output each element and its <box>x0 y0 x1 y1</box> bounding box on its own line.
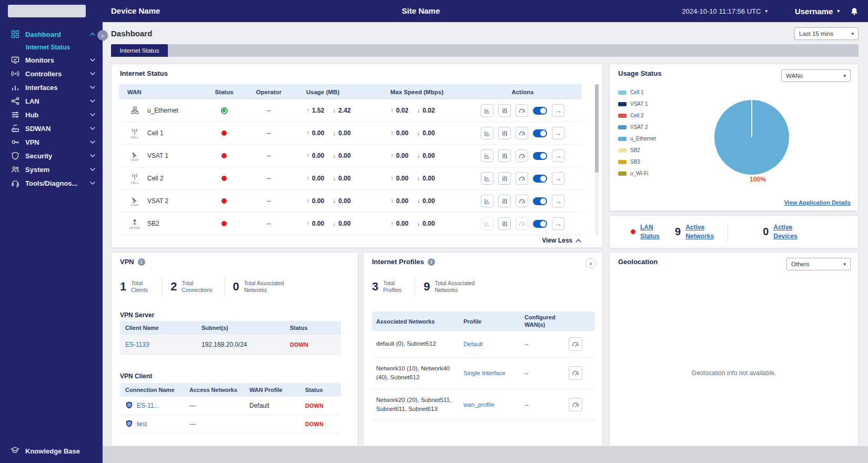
vpn-client-name-link[interactable]: ES-1133 <box>125 341 201 348</box>
expand-panel-button[interactable]: › <box>586 258 596 268</box>
tab-internet-status[interactable]: Internet Status <box>111 44 168 57</box>
legend-item: SB2 <box>618 147 656 153</box>
speedtest-button[interactable] <box>569 337 582 351</box>
view-less-link[interactable]: View Less <box>542 237 581 244</box>
sidebar-item-security[interactable]: Security <box>0 149 103 163</box>
monitor-icon <box>11 56 19 65</box>
usage-filter-select[interactable]: WANs ▾ <box>781 69 851 82</box>
sidebar-item-label: LAN <box>25 97 84 105</box>
lan-status-dot <box>631 229 635 234</box>
configure-button[interactable] <box>498 104 511 117</box>
column-header-connection-name: Connection Name <box>125 387 189 393</box>
wan-enable-toggle[interactable] <box>533 175 547 183</box>
wan-details-button[interactable]: → <box>552 149 564 162</box>
legend-swatch <box>618 102 627 106</box>
sidebar-item-dashboard[interactable]: Dashboard <box>0 27 103 41</box>
table-row: ES-11... --- Default DOWN <box>120 397 341 415</box>
info-icon[interactable]: i <box>428 258 435 266</box>
time-range-select[interactable]: Last 15 mins ▾ <box>794 27 859 40</box>
stat-label: Total Clients <box>131 280 153 294</box>
sidebar-item-monitors[interactable]: Monitors <box>0 53 103 67</box>
profile-link[interactable]: Default <box>463 341 524 347</box>
usage-chart-button[interactable] <box>481 127 493 139</box>
sidebar-item-vpn[interactable]: VPN <box>0 135 103 149</box>
legend-label: u_Wi-Fi <box>630 170 648 176</box>
sidebar-item-lan[interactable]: LAN <box>0 94 103 108</box>
info-icon[interactable]: i <box>138 258 145 266</box>
user-menu[interactable]: Username ▾ <box>795 7 840 16</box>
connection-name-link[interactable]: ES-11... <box>137 402 159 409</box>
download-arrow-icon: ↓ <box>417 129 420 137</box>
usage-chart-button[interactable] <box>481 104 493 117</box>
wan-details-button[interactable]: → <box>552 172 564 185</box>
profile-link[interactable]: Single Interface <box>463 370 524 376</box>
vpn-stats: 1 Total Clients 2 Total Connections 0 To… <box>120 277 289 297</box>
profile-link[interactable]: wan_profile <box>463 401 524 408</box>
wan-enable-toggle[interactable] <box>533 107 547 115</box>
configure-button[interactable] <box>498 172 511 185</box>
usage-chart-button[interactable] <box>481 149 493 162</box>
sidebar-item-controllers[interactable]: Controllers <box>0 67 103 80</box>
upload-arrow-icon: ↑ <box>306 129 309 137</box>
vpn-server-table: Client Name Subnet(s) Status ES-1133 192… <box>120 321 341 355</box>
download-arrow-icon: ↓ <box>332 220 336 227</box>
sidebar-item-label: Security <box>25 152 84 160</box>
shield-icon <box>11 152 19 160</box>
sidebar-item-sdwan[interactable]: SDWAN <box>0 122 103 135</box>
speedtest-button[interactable] <box>516 127 528 139</box>
wan-enable-toggle[interactable] <box>533 197 547 205</box>
scrollbar-thumb[interactable] <box>595 84 599 173</box>
view-application-details-link[interactable]: View Application Details <box>784 199 851 206</box>
knowledge-base-link[interactable]: Knowledge Base <box>11 446 80 456</box>
wan-name: u_Ethernet <box>147 107 178 114</box>
sidebar-item-system[interactable]: System <box>0 163 103 176</box>
usage-chart-button[interactable] <box>481 217 493 230</box>
sidebar-item-label: Dashboard <box>25 31 84 38</box>
upload-arrow-icon: ↑ <box>306 220 309 227</box>
sidebar-collapse-button[interactable]: ‹ <box>97 30 108 41</box>
wan-table: WAN Status Operator Usage (MB) Max Speed… <box>119 84 582 235</box>
usage-chart-button[interactable] <box>481 195 493 207</box>
usage-down-value: 0.00 <box>338 152 350 159</box>
chevron-down-icon <box>90 86 95 89</box>
table-header: Client Name Subnet(s) Status <box>120 321 341 335</box>
usage-chart-button[interactable] <box>481 172 493 185</box>
speedtest-button[interactable] <box>516 217 528 230</box>
wan-details-button[interactable]: → <box>552 104 564 117</box>
wan-details-button[interactable]: → <box>552 195 564 207</box>
sidebar-item-label: SDWAN <box>25 125 84 133</box>
configure-button[interactable] <box>498 217 511 230</box>
configure-button[interactable] <box>498 149 511 162</box>
legend-label: u_Ethernet <box>630 136 656 142</box>
wan-name: Cell 2 <box>147 175 164 182</box>
speedtest-button[interactable] <box>516 195 528 207</box>
timezone-dropdown[interactable]: 2024-10-10 11:17:56 UTC ▾ <box>682 7 768 15</box>
sidebar-item-tools-diagnostics[interactable]: Tools/Diagnos... <box>0 176 103 190</box>
legend-label: VSAT 1 <box>630 101 648 107</box>
notifications-bell-icon[interactable] <box>850 7 859 16</box>
username: Username <box>795 7 833 16</box>
speedtest-button[interactable] <box>569 366 582 380</box>
speedtest-button[interactable] <box>516 172 528 185</box>
sidebar-item-interfaces[interactable]: Interfaces <box>0 80 103 94</box>
sidebar-item-internet-status[interactable]: Internet Status <box>0 41 103 53</box>
wan-enable-toggle[interactable] <box>533 220 547 228</box>
connection-name-link[interactable]: test <box>137 420 147 428</box>
speedtest-button[interactable] <box>569 398 582 411</box>
wan-enable-toggle[interactable] <box>533 152 547 160</box>
lan-status-link[interactable]: LAN Status <box>640 223 665 240</box>
main-content: Dashboard Last 15 mins ▾ Internet Status… <box>103 22 868 463</box>
wan-details-button[interactable]: → <box>552 127 564 139</box>
active-networks-link[interactable]: Active Networks <box>685 223 720 240</box>
wan-enable-toggle[interactable] <box>533 129 547 137</box>
active-devices-link[interactable]: Active Devices <box>773 223 804 240</box>
speedtest-button[interactable] <box>516 104 528 117</box>
configure-button[interactable] <box>498 127 511 139</box>
wan-details-button[interactable]: → <box>552 217 564 230</box>
column-header-actions: Actions <box>463 89 582 95</box>
geolocation-filter-select[interactable]: Others ▾ <box>786 258 851 270</box>
logo <box>8 5 86 17</box>
configure-button[interactable] <box>498 195 511 207</box>
sidebar-item-hub[interactable]: Hub <box>0 108 103 122</box>
speedtest-button[interactable] <box>516 149 528 162</box>
